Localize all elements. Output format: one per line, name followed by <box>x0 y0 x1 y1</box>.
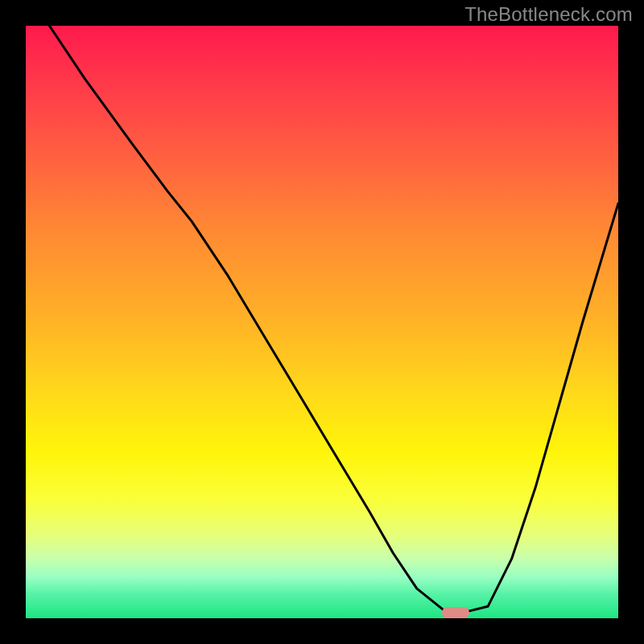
watermark-text: TheBottleneck.com <box>464 3 633 26</box>
plot-area <box>26 26 618 618</box>
line-series <box>26 26 618 618</box>
chart-frame: TheBottleneck.com <box>0 0 644 644</box>
minimum-marker <box>442 607 469 618</box>
